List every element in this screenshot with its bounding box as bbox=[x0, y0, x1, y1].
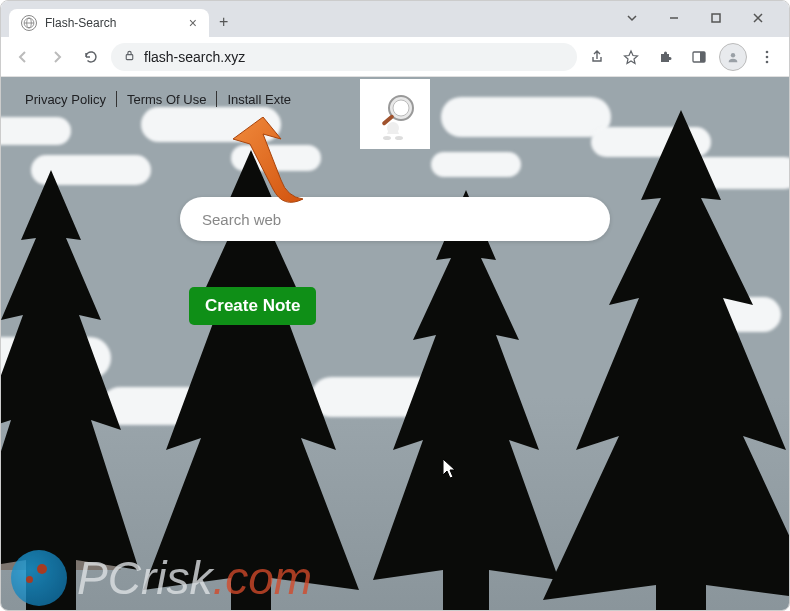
tree bbox=[1, 170, 141, 610]
watermark-logo-icon bbox=[11, 550, 67, 606]
maximize-button[interactable] bbox=[697, 5, 735, 31]
svg-point-8 bbox=[731, 53, 735, 57]
lock-icon bbox=[123, 49, 136, 65]
extensions-icon[interactable] bbox=[651, 43, 679, 71]
svg-point-17 bbox=[395, 136, 403, 140]
create-note-button[interactable]: Create Note bbox=[189, 287, 316, 325]
tab-close-icon[interactable]: × bbox=[189, 15, 197, 31]
profile-avatar[interactable] bbox=[719, 43, 747, 71]
address-bar[interactable]: flash-search.xyz bbox=[111, 43, 577, 71]
cloud bbox=[141, 107, 281, 142]
tab-title: Flash-Search bbox=[45, 16, 116, 30]
tree bbox=[371, 190, 561, 610]
globe-icon bbox=[21, 15, 37, 31]
nav-install-link[interactable]: Install Exte bbox=[217, 92, 301, 107]
chevron-down-icon[interactable] bbox=[613, 5, 651, 31]
forward-button[interactable] bbox=[43, 43, 71, 71]
star-icon[interactable] bbox=[617, 43, 645, 71]
browser-toolbar: flash-search.xyz bbox=[1, 37, 789, 77]
watermark: PCrisk.com bbox=[11, 550, 312, 606]
menu-icon[interactable] bbox=[753, 43, 781, 71]
svg-rect-5 bbox=[126, 54, 133, 59]
site-logo bbox=[360, 79, 430, 149]
url-text: flash-search.xyz bbox=[144, 49, 245, 65]
search-input[interactable] bbox=[202, 211, 588, 228]
cloud bbox=[431, 152, 521, 177]
window-close-button[interactable] bbox=[739, 5, 777, 31]
back-button[interactable] bbox=[9, 43, 37, 71]
search-box[interactable] bbox=[180, 197, 610, 241]
reload-button[interactable] bbox=[77, 43, 105, 71]
svg-point-16 bbox=[383, 136, 391, 140]
minimize-button[interactable] bbox=[655, 5, 693, 31]
page-viewport: Privacy Policy Terms Of Use Install Exte… bbox=[1, 77, 789, 610]
svg-point-9 bbox=[766, 50, 769, 53]
nav-privacy-link[interactable]: Privacy Policy bbox=[15, 92, 116, 107]
tree bbox=[541, 110, 789, 610]
svg-point-13 bbox=[393, 100, 409, 116]
sidepanel-icon[interactable] bbox=[685, 43, 713, 71]
svg-rect-4 bbox=[712, 14, 720, 22]
svg-rect-7 bbox=[700, 52, 705, 62]
nav-terms-link[interactable]: Terms Of Use bbox=[117, 92, 216, 107]
svg-point-11 bbox=[766, 60, 769, 63]
cloud bbox=[1, 117, 71, 145]
header-nav: Privacy Policy Terms Of Use Install Exte bbox=[15, 91, 301, 107]
new-tab-button[interactable]: + bbox=[209, 7, 238, 37]
magnifier-figure-icon bbox=[367, 86, 423, 142]
toolbar-actions bbox=[583, 43, 781, 71]
watermark-text: PCrisk.com bbox=[77, 551, 312, 605]
browser-tab[interactable]: Flash-Search × bbox=[9, 9, 209, 37]
svg-point-10 bbox=[766, 55, 769, 58]
window-controls bbox=[613, 5, 781, 31]
share-icon[interactable] bbox=[583, 43, 611, 71]
browser-window: Flash-Search × + bbox=[0, 0, 790, 611]
tab-strip: Flash-Search × + bbox=[1, 1, 789, 37]
